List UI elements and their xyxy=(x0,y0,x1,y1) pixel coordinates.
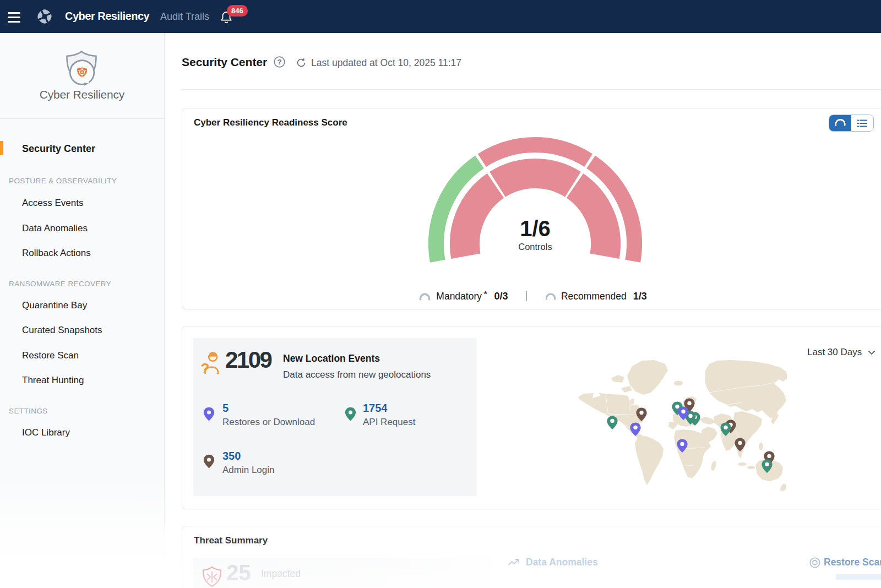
svg-text:?: ? xyxy=(277,58,281,66)
svg-text:?: ? xyxy=(200,360,209,374)
